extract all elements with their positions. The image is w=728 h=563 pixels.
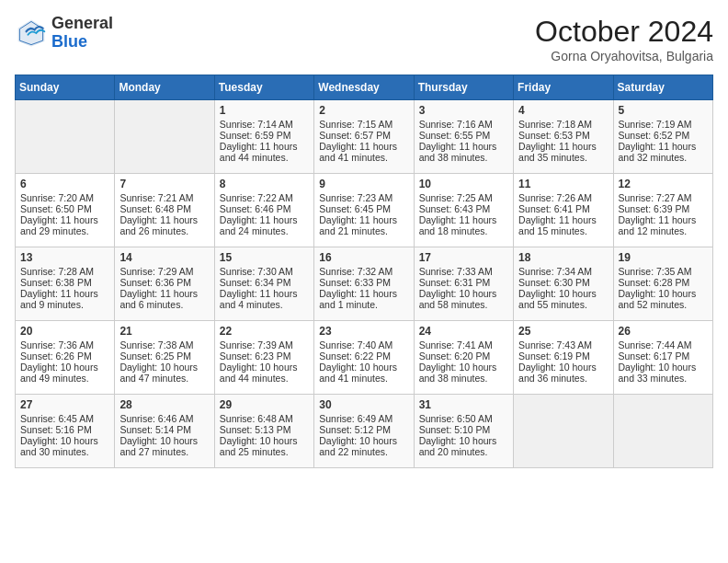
- day-number: 26: [619, 325, 708, 338]
- day-number: 27: [20, 398, 109, 411]
- calendar-cell: [16, 100, 115, 174]
- sunrise-text: Sunrise: 7:26 AM: [518, 192, 608, 203]
- header-monday: Monday: [115, 75, 214, 100]
- daylight-text: Daylight: 11 hours and 21 minutes.: [319, 214, 408, 236]
- sunrise-text: Sunrise: 7:20 AM: [20, 192, 109, 203]
- sunrise-text: Sunrise: 7:35 AM: [619, 266, 708, 277]
- sunrise-text: Sunrise: 7:25 AM: [419, 192, 508, 203]
- calendar-cell: 3Sunrise: 7:16 AMSunset: 6:55 PMDaylight…: [414, 100, 513, 174]
- day-number: 12: [619, 178, 708, 190]
- calendar-cell: 5Sunrise: 7:19 AMSunset: 6:52 PMDaylight…: [613, 100, 712, 174]
- sunrise-text: Sunrise: 6:50 AM: [419, 413, 508, 424]
- week-row-1: 1Sunrise: 7:14 AMSunset: 6:59 PMDaylight…: [16, 100, 713, 174]
- calendar-cell: 30Sunrise: 6:49 AMSunset: 5:12 PMDayligh…: [314, 395, 414, 468]
- day-number: 22: [220, 325, 309, 338]
- sunset-text: Sunset: 6:48 PM: [119, 203, 209, 214]
- daylight-text: Daylight: 11 hours and 29 minutes.: [20, 214, 109, 236]
- day-number: 21: [119, 325, 209, 338]
- daylight-text: Daylight: 10 hours and 47 minutes.: [119, 362, 209, 384]
- calendar-cell: 8Sunrise: 7:22 AMSunset: 6:46 PMDaylight…: [214, 174, 313, 247]
- sunset-text: Sunset: 6:25 PM: [119, 350, 209, 362]
- location: Gorna Oryahovitsa, Bulgaria: [535, 49, 713, 63]
- sunrise-text: Sunrise: 7:33 AM: [419, 266, 508, 277]
- sunrise-text: Sunrise: 6:45 AM: [20, 413, 109, 424]
- logo-text: General Blue: [51, 15, 113, 52]
- daylight-text: Daylight: 11 hours and 32 minutes.: [619, 141, 708, 163]
- sunrise-text: Sunrise: 7:18 AM: [518, 119, 608, 130]
- calendar-cell: 21Sunrise: 7:38 AMSunset: 6:25 PMDayligh…: [115, 321, 214, 395]
- daylight-text: Daylight: 10 hours and 58 minutes.: [419, 288, 508, 310]
- day-number: 18: [518, 251, 608, 264]
- day-number: 7: [119, 178, 209, 190]
- daylight-text: Daylight: 10 hours and 41 minutes.: [319, 362, 408, 384]
- calendar-cell: 31Sunrise: 6:50 AMSunset: 5:10 PMDayligh…: [414, 395, 513, 468]
- sunset-text: Sunset: 6:50 PM: [20, 203, 109, 214]
- day-number: 14: [119, 251, 209, 264]
- sunset-text: Sunset: 6:45 PM: [319, 203, 408, 214]
- sunrise-text: Sunrise: 7:19 AM: [619, 119, 708, 130]
- sunset-text: Sunset: 6:55 PM: [419, 130, 508, 141]
- day-number: 29: [220, 398, 309, 411]
- week-row-2: 6Sunrise: 7:20 AMSunset: 6:50 PMDaylight…: [16, 174, 713, 247]
- calendar-cell: 29Sunrise: 6:48 AMSunset: 5:13 PMDayligh…: [214, 395, 313, 468]
- sunrise-text: Sunrise: 7:28 AM: [20, 266, 109, 277]
- logo: General Blue: [15, 15, 113, 52]
- calendar-cell: 20Sunrise: 7:36 AMSunset: 6:26 PMDayligh…: [16, 321, 115, 395]
- daylight-text: Daylight: 11 hours and 35 minutes.: [518, 141, 608, 163]
- day-number: 17: [419, 251, 508, 264]
- daylight-text: Daylight: 11 hours and 41 minutes.: [319, 141, 408, 163]
- sunrise-text: Sunrise: 7:41 AM: [419, 339, 508, 350]
- day-number: 28: [119, 398, 209, 411]
- sunset-text: Sunset: 6:41 PM: [518, 203, 608, 214]
- daylight-text: Daylight: 11 hours and 18 minutes.: [419, 214, 508, 236]
- day-number: 3: [419, 104, 508, 117]
- sunrise-text: Sunrise: 7:32 AM: [319, 266, 408, 277]
- day-number: 5: [619, 104, 708, 117]
- sunset-text: Sunset: 6:46 PM: [220, 203, 309, 214]
- sunset-text: Sunset: 6:33 PM: [319, 277, 408, 288]
- daylight-text: Daylight: 11 hours and 38 minutes.: [419, 141, 508, 163]
- header-friday: Friday: [514, 75, 613, 100]
- header-sunday: Sunday: [16, 75, 115, 100]
- sunrise-text: Sunrise: 7:15 AM: [319, 119, 408, 130]
- sunrise-text: Sunrise: 7:43 AM: [518, 339, 608, 350]
- sunrise-text: Sunrise: 7:14 AM: [220, 119, 309, 130]
- sunrise-text: Sunrise: 7:21 AM: [119, 192, 209, 203]
- title-block: October 2024 Gorna Oryahovitsa, Bulgaria: [535, 15, 713, 63]
- daylight-text: Daylight: 11 hours and 15 minutes.: [518, 214, 608, 236]
- day-number: 11: [518, 178, 608, 190]
- svg-marker-0: [18, 19, 45, 46]
- day-number: 30: [319, 398, 408, 411]
- daylight-text: Daylight: 10 hours and 22 minutes.: [319, 435, 408, 457]
- calendar-table: SundayMondayTuesdayWednesdayThursdayFrid…: [15, 75, 713, 468]
- daylight-text: Daylight: 11 hours and 4 minutes.: [220, 288, 309, 310]
- day-number: 1: [220, 104, 309, 117]
- logo-icon: [15, 17, 48, 50]
- sunrise-text: Sunrise: 7:34 AM: [518, 266, 608, 277]
- calendar-cell: 28Sunrise: 6:46 AMSunset: 5:14 PMDayligh…: [115, 395, 214, 468]
- sunrise-text: Sunrise: 7:29 AM: [119, 266, 209, 277]
- day-number: 20: [20, 325, 109, 338]
- day-number: 6: [20, 178, 109, 190]
- sunset-text: Sunset: 6:28 PM: [619, 277, 708, 288]
- sunset-text: Sunset: 6:53 PM: [518, 130, 608, 141]
- sunset-text: Sunset: 6:23 PM: [220, 350, 309, 362]
- daylight-text: Daylight: 10 hours and 44 minutes.: [220, 362, 309, 384]
- sunrise-text: Sunrise: 7:39 AM: [220, 339, 309, 350]
- daylight-text: Daylight: 10 hours and 27 minutes.: [119, 435, 209, 457]
- sunrise-text: Sunrise: 6:49 AM: [319, 413, 408, 424]
- calendar-cell: 12Sunrise: 7:27 AMSunset: 6:39 PMDayligh…: [613, 174, 712, 247]
- daylight-text: Daylight: 10 hours and 25 minutes.: [220, 435, 309, 457]
- daylight-text: Daylight: 10 hours and 55 minutes.: [518, 288, 608, 310]
- day-number: 16: [319, 251, 408, 264]
- sunrise-text: Sunrise: 6:48 AM: [220, 413, 309, 424]
- calendar-cell: 24Sunrise: 7:41 AMSunset: 6:20 PMDayligh…: [414, 321, 513, 395]
- header-tuesday: Tuesday: [214, 75, 313, 100]
- calendar-cell: 25Sunrise: 7:43 AMSunset: 6:19 PMDayligh…: [514, 321, 613, 395]
- daylight-text: Daylight: 11 hours and 9 minutes.: [20, 288, 109, 310]
- calendar-cell: 10Sunrise: 7:25 AMSunset: 6:43 PMDayligh…: [414, 174, 513, 247]
- sunset-text: Sunset: 6:19 PM: [518, 350, 608, 362]
- sunset-text: Sunset: 6:31 PM: [419, 277, 508, 288]
- sunset-text: Sunset: 6:34 PM: [220, 277, 309, 288]
- calendar-cell: 6Sunrise: 7:20 AMSunset: 6:50 PMDaylight…: [16, 174, 115, 247]
